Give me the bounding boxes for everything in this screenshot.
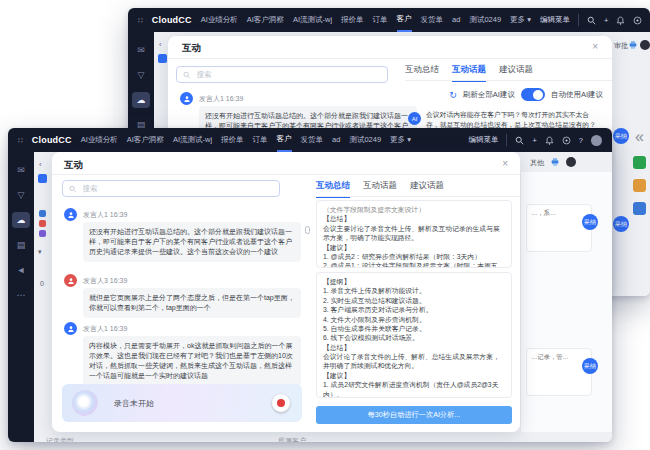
avatar[interactable] xyxy=(640,40,650,50)
expand-caret[interactable]: ▾ xyxy=(38,248,42,256)
close-icon[interactable]: × xyxy=(502,158,508,169)
printer-icon[interactable] xyxy=(550,157,560,167)
nav-item[interactable]: 订单 xyxy=(373,8,388,32)
edit-menu-button[interactable]: 编辑菜单 xyxy=(540,15,570,25)
outline-item: 6. 线下会议模拟测试对话场景。 xyxy=(323,333,505,342)
nav-item[interactable]: ad xyxy=(452,8,460,32)
ai-analysis-button[interactable]: 每30秒自动进行一次AI分析... xyxy=(316,406,512,424)
chat-icon[interactable]: ✉ xyxy=(132,42,150,58)
bell-icon[interactable] xyxy=(545,136,554,145)
notes-icon[interactable] xyxy=(633,202,646,215)
ai-topic-icon: AI xyxy=(408,112,421,125)
nav-item[interactable]: 报价单 xyxy=(221,128,244,152)
nav-item-customers[interactable]: 客户 xyxy=(277,128,292,152)
megaphone-icon[interactable]: ◄ xyxy=(12,262,30,278)
divider xyxy=(578,14,579,26)
related-icon[interactable] xyxy=(39,220,46,227)
chat-bubble: 就但是它页面展示上是分了两个态度之后，但是在第一个tap里面，你就可以查看到第二… xyxy=(83,288,301,318)
nav-more-dropdown[interactable]: 更多 ▾ xyxy=(510,8,531,32)
section-label: 【提纲】 xyxy=(323,277,505,286)
outline-item: 2. 实时生成互动总结和建议话题。 xyxy=(323,296,505,305)
edit-menu-button[interactable]: 编辑菜单 xyxy=(468,135,498,145)
avatar[interactable] xyxy=(591,135,602,146)
refresh-icon[interactable]: ↻ xyxy=(449,90,457,100)
refresh-ai-button[interactable]: 刷新全部AI建议 xyxy=(463,90,515,100)
search-input[interactable] xyxy=(195,69,381,80)
chat-icon[interactable]: ✉ xyxy=(12,162,30,178)
filter-icon[interactable]: ▽ xyxy=(12,187,30,203)
more-icon[interactable]: ⋯ xyxy=(12,287,30,303)
chat-bubble: 还没有开始进行互动话题总结的。这个部分就是跟我们建议话题一样，即可能来自于客户下… xyxy=(83,222,301,262)
brand-logo[interactable]: CloudCC xyxy=(32,135,72,145)
footer-field-label: 记录类型 xyxy=(46,436,74,442)
search-icon[interactable] xyxy=(587,16,596,25)
nav-item[interactable]: AI客户洞察 xyxy=(247,8,284,32)
help-icon[interactable] xyxy=(633,16,642,25)
help-icon[interactable] xyxy=(562,136,571,145)
top-navbar: ∷ CloudCC AI业绩分析 AI客户洞察 AI流测试-wj 报价单 订单 … xyxy=(8,128,612,152)
nav-item[interactable]: ad xyxy=(332,128,340,152)
other-button[interactable]: 其他 xyxy=(530,158,544,168)
nav-item[interactable]: 发货单 xyxy=(421,8,444,32)
speaker-name-time: 发言人1 16:39 xyxy=(83,324,127,334)
recording-status: 录音未开始 xyxy=(114,398,154,409)
summary-card: 【提纲】 1. 录音文件上传及解析功能设计。 2. 实时生成互动总结和建议话题。… xyxy=(316,272,512,398)
search-input[interactable] xyxy=(81,183,273,194)
apps-grid-icon[interactable]: ∷ xyxy=(18,136,23,145)
filter-icon[interactable]: ▽ xyxy=(132,67,150,83)
accept-button[interactable]: 采纳 xyxy=(582,358,598,374)
nav-item[interactable]: AI客户洞察 xyxy=(127,128,164,152)
nav-item[interactable]: AI业绩分析 xyxy=(201,8,238,32)
speaker-avatar xyxy=(64,208,77,221)
question-icon[interactable]: ? xyxy=(579,136,583,145)
files-icon[interactable]: ▤ xyxy=(12,237,30,253)
avatar[interactable] xyxy=(566,157,576,167)
nav-item[interactable]: 测试0249 xyxy=(469,8,501,32)
accept-button[interactable]: 采纳 xyxy=(613,128,629,144)
nav-item[interactable]: AI流测试-wj xyxy=(293,8,332,32)
apps-grid-icon[interactable]: ∷ xyxy=(138,16,143,25)
desktop: ∷ CloudCC AI业绩分析 AI客户洞察 AI流测试-wj 报价单 订单 … xyxy=(0,0,650,450)
search-icon[interactable] xyxy=(515,136,524,145)
recorder-icon xyxy=(72,390,98,416)
section-label: 【总结】 xyxy=(323,343,505,352)
related-icon[interactable] xyxy=(39,230,46,237)
cloud-icon[interactable]: ☁ xyxy=(12,212,30,228)
close-icon[interactable]: × xyxy=(592,41,598,52)
back-arrow[interactable]: ‹ xyxy=(39,160,42,169)
nav-item[interactable]: AI业绩分析 xyxy=(81,128,118,152)
nav-item[interactable]: 发货单 xyxy=(301,128,324,152)
recording-banner: 录音未开始 xyxy=(62,384,302,422)
record-button[interactable] xyxy=(272,394,290,412)
bell-icon[interactable] xyxy=(616,16,625,25)
accept-button[interactable]: 采纳 xyxy=(613,216,629,232)
attachment-pin-icon[interactable] xyxy=(305,226,310,234)
auto-ai-toggle[interactable] xyxy=(521,88,545,101)
speaker-avatar xyxy=(64,274,77,287)
speaker-avatar xyxy=(180,92,193,105)
folder-icon[interactable] xyxy=(633,179,646,192)
printer-icon[interactable] xyxy=(628,40,638,50)
nav-more-dropdown[interactable]: 更多 ▾ xyxy=(390,128,411,152)
section-label: 【建议】 xyxy=(323,371,505,380)
brand-logo[interactable]: CloudCC xyxy=(152,15,192,25)
summary-text: 会议讨论了录音文件的上传、解析、总结生成及展示方案，并明确了后续测试和优化方向。 xyxy=(323,352,505,371)
back-arrow[interactable]: ‹ xyxy=(159,40,162,49)
interaction-dialog: 互动 × 发言人1 16:39 还没有开始进行互动话题总结的。这个部分就是跟我们… xyxy=(52,152,520,432)
cloud-icon[interactable]: ☁ xyxy=(132,92,150,108)
nav-item[interactable]: 订单 xyxy=(253,128,268,152)
nav-item[interactable]: 报价单 xyxy=(341,8,364,32)
nav-item-customers[interactable]: 客户 xyxy=(397,8,412,32)
front-window-body: ✉ ▽ ☁ ▤ ◄ ⋯ ‹ ▾ 0 其他 …，系… 采纳 xyxy=(8,152,612,442)
accept-button[interactable]: 采纳 xyxy=(582,214,598,230)
search-box xyxy=(176,66,388,83)
plus-icon[interactable]: + xyxy=(532,136,536,145)
plus-icon[interactable]: + xyxy=(604,16,608,25)
nav-item[interactable]: 测试0249 xyxy=(349,128,381,152)
collapse-icon[interactable]: « xyxy=(635,128,644,146)
front-window: ∷ CloudCC AI业绩分析 AI客户洞察 AI流测试-wj 报价单 订单 … xyxy=(8,128,612,442)
tasks-icon[interactable] xyxy=(633,156,646,169)
related-icon[interactable] xyxy=(39,210,46,217)
approve-button[interactable]: 审批 xyxy=(614,41,628,51)
nav-item[interactable]: AI流测试-wj xyxy=(173,128,212,152)
